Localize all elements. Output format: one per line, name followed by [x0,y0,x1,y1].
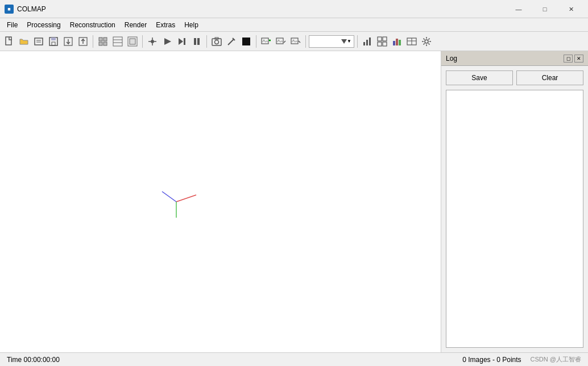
menu-extras[interactable]: Extras [151,20,180,30]
save-button[interactable] [47,35,60,48]
status-watermark: CSDN @人工智睿 [531,355,581,364]
svg-rect-10 [103,38,107,41]
log-clear-button[interactable]: Clear [516,70,583,85]
svg-rect-48 [378,37,382,41]
separator-3 [206,35,207,48]
separator-1 [93,35,93,48]
svg-rect-53 [396,39,398,45]
menu-help[interactable]: Help [180,20,203,30]
log-panel: Log ◻ ✕ Save Clear [441,51,588,352]
svg-rect-6 [52,42,55,45]
menu-processing[interactable]: Processing [22,20,65,30]
svg-rect-25 [184,38,185,45]
svg-rect-50 [378,42,382,46]
log-close-button[interactable]: ✕ [574,55,583,63]
close-button[interactable]: ✕ [558,1,583,17]
svg-point-18 [151,40,154,43]
view-grid-button[interactable] [96,35,110,48]
svg-rect-27 [197,38,200,45]
settings-button[interactable] [420,35,433,48]
edit-button[interactable] [225,35,238,48]
svg-marker-44 [341,39,347,44]
open-folder-button[interactable] [17,35,31,48]
toolbar [0,32,588,51]
log-titlebar: Log ◻ ✕ [441,51,588,66]
grid-view-button[interactable] [375,35,389,48]
svg-rect-45 [363,42,365,45]
log-save-button[interactable]: Save [446,70,513,85]
app-title: COLMAP [17,5,46,13]
svg-rect-52 [393,41,395,45]
maximize-button[interactable]: □ [532,1,557,17]
pause-button[interactable] [190,35,204,48]
svg-marker-23 [164,38,171,45]
log-buttons: Save Clear [441,66,588,90]
svg-rect-41 [291,38,298,44]
axes-display [154,179,199,224]
add-image-button[interactable] [259,35,273,48]
table-button[interactable] [405,35,419,48]
play-button[interactable] [160,35,174,48]
svg-rect-12 [103,42,107,45]
chart-button[interactable] [390,35,404,48]
export-button[interactable] [76,35,90,48]
svg-point-58 [425,40,428,43]
svg-rect-5 [51,38,56,40]
log-window-controls: ◻ ✕ [564,55,583,63]
status-stats: 0 Images - 0 Points [462,356,521,364]
svg-rect-38 [276,38,283,44]
menu-render[interactable]: Render [120,20,151,30]
separator-6 [357,35,358,48]
svg-line-60 [162,192,176,202]
menu-file[interactable]: File [2,20,22,30]
svg-rect-26 [194,38,196,45]
export2-button[interactable] [274,35,288,48]
step-button[interactable] [175,35,189,48]
svg-line-59 [176,195,196,202]
log-title: Log [446,55,564,63]
capture-button[interactable] [210,35,223,48]
separator-2 [142,35,143,48]
import-button[interactable] [61,35,75,48]
separator-5 [305,35,306,48]
menu-bar: File Processing Reconstruction Render Ex… [0,18,588,32]
svg-rect-0 [6,37,11,45]
svg-rect-9 [99,38,102,41]
minimize-button[interactable]: — [506,1,531,17]
stats-button[interactable] [361,35,374,48]
svg-line-43 [299,41,300,43]
svg-rect-17 [130,39,135,44]
reconstruction-dropdown[interactable] [309,35,354,48]
svg-rect-13 [113,37,122,46]
svg-marker-24 [179,38,183,45]
window-controls: — □ ✕ [506,0,583,18]
view-mode-button[interactable] [126,35,139,48]
svg-line-40 [284,41,285,43]
view-list-button[interactable] [111,35,125,48]
open-button[interactable] [32,35,45,48]
main-area: Log ◻ ✕ Save Clear [0,51,588,352]
svg-rect-1 [35,38,43,45]
log-restore-button[interactable]: ◻ [564,55,573,63]
svg-rect-33 [242,38,250,45]
menu-reconstruction[interactable]: Reconstruction [65,20,120,30]
svg-rect-46 [366,40,368,45]
new-button[interactable] [2,35,16,48]
viewport[interactable] [0,51,441,352]
title-bar: ■ COLMAP — □ ✕ [0,0,588,18]
svg-point-29 [215,40,219,44]
color-button[interactable] [239,35,253,48]
svg-rect-49 [383,37,387,41]
app-icon: ■ [5,5,14,14]
import2-button[interactable] [289,35,303,48]
point-button[interactable] [146,35,159,48]
svg-rect-34 [262,38,268,44]
svg-rect-47 [369,38,371,45]
status-bar: Time 00:00:00:00 0 Images - 0 Points CSD… [0,352,588,366]
svg-rect-54 [399,40,401,45]
status-time: Time 00:00:00:00 [7,356,462,364]
svg-rect-51 [383,42,387,46]
separator-4 [256,35,256,48]
log-content [446,90,583,348]
svg-rect-11 [99,42,102,45]
